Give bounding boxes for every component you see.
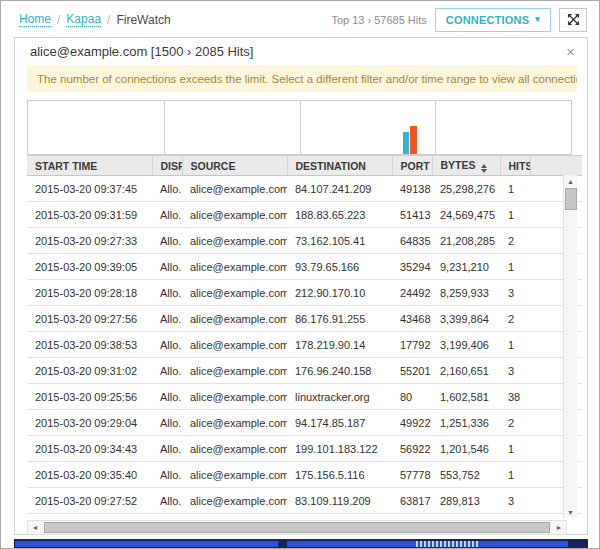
column-header-destination[interactable]: DESTINATION [287, 156, 392, 176]
table-row[interactable]: 2015-03-20 09:28:18Allo...alice@example.… [27, 280, 582, 306]
table-row[interactable]: 2015-03-20 09:39:05Allo...alice@example.… [27, 254, 582, 280]
table-cell: Allo... [152, 280, 182, 306]
connections-dropdown-label: CONNECTIONS [446, 14, 529, 26]
column-header-disposition[interactable]: DISPOSITION [152, 156, 182, 176]
column-header-source[interactable]: SOURCE [182, 156, 287, 176]
table-row[interactable]: 2015-03-20 09:27:33Allo...alice@example.… [27, 228, 582, 254]
column-header-label: BYTES [441, 159, 476, 171]
hits-bar-orange[interactable] [410, 126, 417, 154]
column-header-label: SOURCE [191, 160, 236, 172]
table-row[interactable]: 2015-03-20 09:31:02Allo...alice@example.… [27, 358, 582, 384]
connections-dropdown-button[interactable]: CONNECTIONS ▾ [435, 8, 551, 32]
column-header-bytes[interactable]: BYTES [432, 156, 500, 176]
table-cell: alice@example.com [182, 384, 287, 410]
column-header-filler [530, 156, 582, 176]
chart-gridline [164, 101, 165, 154]
table-cell: Allo... [152, 228, 182, 254]
breadcrumb: Home/Kapaa/FireWatch [19, 12, 171, 27]
table-cell: 9,231,210 [432, 254, 500, 280]
table-cell: 2015-03-20 09:31:02 [27, 358, 152, 384]
table-cell: 64835 [392, 228, 432, 254]
table-cell: 2015-03-20 09:25:56 [27, 384, 152, 410]
table-cell: alice@example.com [182, 436, 287, 462]
breadcrumb-item-kapaa[interactable]: Kapaa [66, 12, 101, 27]
table-row[interactable]: 2015-03-20 09:27:52Allo...alice@example.… [27, 488, 582, 514]
table-row[interactable]: 2015-03-20 09:38:53Allo...alice@example.… [27, 332, 582, 358]
column-header-port[interactable]: PORT [392, 156, 432, 176]
table-cell: Allo... [152, 384, 182, 410]
table-cell: 1 [500, 176, 530, 202]
table-cell: alice@example.com [182, 176, 287, 202]
column-header-start-time[interactable]: START TIME [27, 156, 152, 176]
sort-icon[interactable] [481, 164, 487, 173]
table-cell: 289,813 [432, 488, 500, 514]
table-cell: linuxtracker.org [287, 384, 392, 410]
table-cell: 2015-03-20 09:29:04 [27, 410, 152, 436]
table-cell: 2015-03-20 09:27:52 [27, 488, 152, 514]
table-cell: alice@example.com [182, 410, 287, 436]
column-header-hits[interactable]: HITS [500, 156, 530, 176]
fullscreen-button[interactable] [559, 8, 587, 32]
connections-table-wrap: START TIMEDISPOSITIONSOURCEDESTINATIONPO… [27, 155, 582, 514]
table-cell: Allo... [152, 332, 182, 358]
table-cell: 56922 [392, 436, 432, 462]
table-cell: Allo... [152, 202, 182, 228]
table-cell: 57778 [392, 462, 432, 488]
scroll-down-icon[interactable]: ▼ [564, 506, 578, 518]
table-cell: alice@example.com [182, 462, 287, 488]
breadcrumb-item-home[interactable]: Home [19, 12, 51, 27]
table-cell: 3 [500, 358, 530, 384]
table-row[interactable]: 2015-03-20 09:34:43Allo...alice@example.… [27, 436, 582, 462]
table-cell: 2015-03-20 09:27:56 [27, 306, 152, 332]
breadcrumb-separator: / [107, 13, 110, 27]
table-cell: 94.174.85.187 [287, 410, 392, 436]
chart-gridline [435, 101, 436, 154]
table-cell: Allo... [152, 358, 182, 384]
breadcrumb-separator: / [57, 13, 60, 27]
table-row[interactable]: 2015-03-20 09:29:04Allo...alice@example.… [27, 410, 582, 436]
chevron-down-icon: ▾ [535, 15, 540, 24]
table-cell: 2015-03-20 09:39:05 [27, 254, 152, 280]
table-cell: 553,752 [432, 462, 500, 488]
table-body: 2015-03-20 09:37:45Allo...alice@example.… [27, 176, 582, 514]
table-cell: 83.109.119.209 [287, 488, 392, 514]
table-cell: alice@example.com [182, 280, 287, 306]
table-cell: 55201 [392, 358, 432, 384]
table-cell: 43468 [392, 306, 432, 332]
table-cell: alice@example.com [182, 254, 287, 280]
vertical-scroll-thumb[interactable] [565, 188, 577, 210]
vertical-scrollbar[interactable]: ▲ ▼ [563, 175, 577, 518]
horizontal-scrollbar[interactable]: ◄ ► [27, 520, 567, 535]
table-cell: Allo... [152, 410, 182, 436]
table-row[interactable]: 2015-03-20 09:25:56Allo...alice@example.… [27, 384, 582, 410]
table-cell: 35294 [392, 254, 432, 280]
table-row[interactable]: 2015-03-20 09:27:56Allo...alice@example.… [27, 306, 582, 332]
scroll-right-icon[interactable]: ► [552, 521, 566, 534]
table-cell: 24492 [392, 280, 432, 306]
horizontal-scroll-thumb[interactable] [44, 522, 550, 533]
column-header-label: START TIME [35, 160, 97, 172]
treemap-bottom-strip[interactable] [14, 539, 588, 548]
column-header-label: PORT [401, 160, 430, 172]
close-icon[interactable]: × [566, 44, 575, 59]
table-cell: 80 [392, 384, 432, 410]
treemap-strip-light-segment [416, 541, 479, 547]
table-cell: 176.96.240.158 [287, 358, 392, 384]
scroll-left-icon[interactable]: ◄ [28, 521, 42, 534]
table-cell: 86.176.91.255 [287, 306, 392, 332]
table-cell: 178.219.90.14 [287, 332, 392, 358]
scroll-up-icon[interactable]: ▲ [564, 175, 578, 187]
table-cell: 8,259,933 [432, 280, 500, 306]
table-row[interactable]: 2015-03-20 09:35:40Allo...alice@example.… [27, 462, 582, 488]
table-cell: alice@example.com [182, 228, 287, 254]
table-row[interactable]: 2015-03-20 09:37:45Allo...alice@example.… [27, 176, 582, 202]
table-cell: 49922 [392, 410, 432, 436]
table-cell: 24,569,475 [432, 202, 500, 228]
table-cell: Allo... [152, 436, 182, 462]
table-cell: 84.107.241.209 [287, 176, 392, 202]
breadcrumb-item-firewatch: FireWatch [116, 13, 170, 27]
table-header-row: START TIMEDISPOSITIONSOURCEDESTINATIONPO… [27, 156, 582, 176]
table-cell: 63817 [392, 488, 432, 514]
table-row[interactable]: 2015-03-20 09:31:59Allo...alice@example.… [27, 202, 582, 228]
hits-bar-blue[interactable] [403, 132, 409, 154]
